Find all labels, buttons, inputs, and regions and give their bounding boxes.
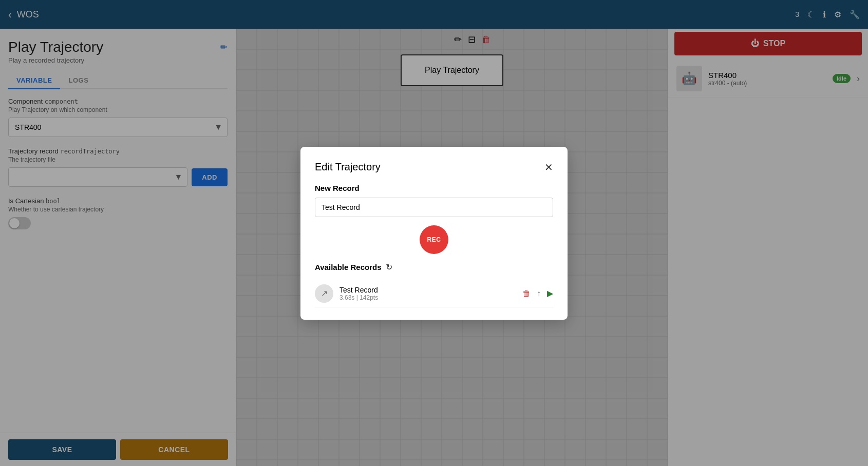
- edit-trajectory-modal: Edit Trajectory ✕ New Record REC Availab…: [300, 147, 568, 320]
- record-list-item: ↗ Test Record 3.63s | 142pts 🗑 ↑ ▶: [315, 280, 553, 307]
- available-records-header: Available Records ↻: [315, 262, 553, 272]
- modal-header: Edit Trajectory ✕: [315, 161, 553, 173]
- modal-title: Edit Trajectory: [315, 161, 381, 173]
- modal-overlay: Edit Trajectory ✕ New Record REC Availab…: [0, 0, 868, 466]
- new-record-label: New Record: [315, 184, 553, 192]
- record-upload-button[interactable]: ↑: [537, 289, 541, 298]
- rec-row: REC: [315, 225, 553, 254]
- record-info: Test Record 3.63s | 142pts: [339, 286, 516, 301]
- new-record-input[interactable]: [315, 198, 553, 217]
- share-icon: ↗: [321, 288, 328, 298]
- record-play-button[interactable]: ▶: [547, 288, 553, 298]
- refresh-icon[interactable]: ↻: [386, 262, 392, 272]
- record-delete-button[interactable]: 🗑: [522, 289, 531, 298]
- record-actions: 🗑 ↑ ▶: [522, 288, 553, 298]
- modal-close-button[interactable]: ✕: [544, 161, 553, 173]
- rec-button[interactable]: REC: [420, 225, 448, 254]
- record-avatar: ↗: [315, 284, 333, 303]
- record-meta: 3.63s | 142pts: [339, 294, 516, 301]
- available-records-title: Available Records: [315, 263, 382, 271]
- record-name: Test Record: [339, 286, 516, 294]
